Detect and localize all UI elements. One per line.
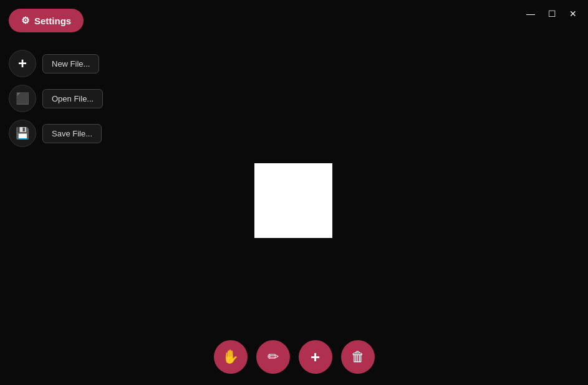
maximize-button[interactable]: ☐ bbox=[542, 5, 562, 22]
new-file-circle-button[interactable]: + bbox=[9, 50, 36, 77]
settings-label: Settings bbox=[34, 16, 71, 26]
bottom-toolbar: ✋ ✏ + 🗑 bbox=[214, 340, 375, 374]
save-file-row: 💾 Save File... bbox=[9, 120, 103, 147]
settings-button[interactable]: ⚙ Settings bbox=[9, 9, 84, 32]
plus-icon: + bbox=[18, 55, 27, 72]
save-icon: 💾 bbox=[16, 126, 29, 140]
close-button[interactable]: ✕ bbox=[563, 5, 583, 22]
open-file-row: ⬛ Open File... bbox=[9, 85, 103, 112]
hand-icon: ✋ bbox=[222, 349, 239, 365]
pencil-tool-button[interactable]: ✏ bbox=[256, 340, 290, 374]
pencil-icon: ✏ bbox=[267, 349, 279, 365]
save-file-button[interactable]: Save File... bbox=[42, 124, 102, 143]
open-file-button[interactable]: Open File... bbox=[42, 89, 103, 108]
title-bar: — ☐ ✕ bbox=[516, 0, 588, 27]
add-tool-button[interactable]: + bbox=[299, 340, 332, 374]
side-toolbar: + New File... ⬛ Open File... 💾 Save File… bbox=[9, 50, 103, 147]
open-file-circle-button[interactable]: ⬛ bbox=[9, 85, 36, 112]
trash-icon: 🗑 bbox=[351, 349, 365, 365]
delete-tool-button[interactable]: 🗑 bbox=[341, 340, 375, 374]
new-file-button[interactable]: New File... bbox=[42, 54, 99, 74]
save-file-circle-button[interactable]: 💾 bbox=[9, 120, 36, 147]
minimize-button[interactable]: — bbox=[521, 5, 541, 22]
add-icon: + bbox=[311, 348, 320, 367]
canvas-area bbox=[254, 163, 332, 238]
folder-icon: ⬛ bbox=[16, 92, 29, 105]
gear-icon: ⚙ bbox=[21, 15, 29, 26]
hand-tool-button[interactable]: ✋ bbox=[214, 340, 248, 374]
new-file-row: + New File... bbox=[9, 50, 103, 77]
